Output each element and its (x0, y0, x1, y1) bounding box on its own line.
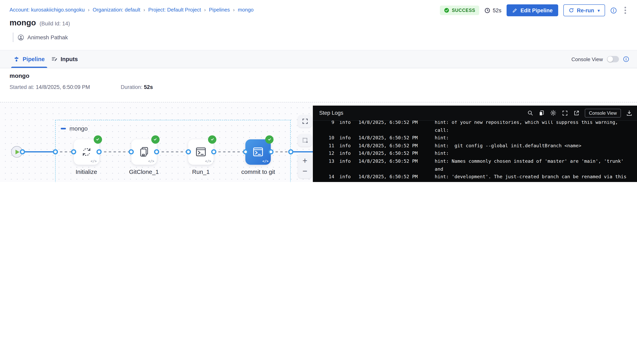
log-message: hint: of your new repositories, which wi… (435, 121, 633, 134)
connector-port[interactable] (243, 149, 248, 154)
log-copy-icon[interactable] (538, 110, 545, 116)
connector-port[interactable] (96, 149, 102, 154)
main-area: mongo + − (0, 102, 637, 182)
connector-port[interactable] (288, 149, 294, 154)
breadcrumb-item[interactable]: Pipelines (209, 7, 230, 13)
log-message: hint: Names commonly chosen instead of '… (435, 158, 633, 173)
tab-strip: Pipeline Inputs Console View (0, 50, 637, 68)
duration-text: 52s (493, 7, 502, 13)
clone-step-icon (138, 146, 150, 158)
step-logs-panel: Step Logs (313, 106, 637, 182)
breadcrumb-item[interactable]: Project: Default Project (148, 7, 201, 13)
log-panel-header: Step Logs (313, 106, 637, 121)
log-line-number: 13 (321, 158, 334, 173)
rerun-button[interactable]: Re-run ▾ (563, 4, 605, 16)
log-timestamp: 14/8/2025, 6:50:52 PM (358, 142, 422, 150)
zoom-in-button[interactable]: + (302, 156, 308, 166)
run-meta: Started at: 14/8/2025, 6:50:09 PM Durati… (10, 84, 153, 90)
log-row: 12info14/8/2025, 6:50:52 PMhint: (313, 150, 637, 158)
log-message: hint: git config --global init.defaultBr… (435, 142, 633, 150)
breadcrumb-item[interactable]: Account: kurosakiichigo.songoku (10, 7, 85, 13)
connector-port[interactable] (129, 149, 134, 154)
run-summary: mongo Started at: 14/8/2025, 6:50:09 PM … (0, 68, 637, 102)
tab-inputs[interactable]: Inputs (50, 50, 78, 68)
collapse-stage-icon[interactable] (61, 128, 66, 129)
pipeline-canvas[interactable]: mongo + − (0, 102, 313, 182)
log-console-view-button[interactable]: Console View (585, 108, 621, 117)
breadcrumb-separator: › (144, 7, 145, 12)
header-actions: SUCCESS 52s Edit Pipeline (440, 4, 628, 16)
console-view-label: Console View (571, 56, 603, 62)
pipeline-step-initialize[interactable]: </> (74, 139, 99, 164)
canvas-select-button[interactable] (298, 134, 312, 146)
console-view-toggle[interactable] (607, 56, 619, 62)
pipeline-link-solid (22, 151, 55, 152)
user-avatar-icon (18, 34, 24, 41)
pipeline-info-icon[interactable] (610, 7, 617, 14)
log-line-number: 11 (321, 142, 334, 150)
stage-group-label: mongo (70, 125, 88, 132)
execution-duration: 52s (484, 7, 502, 13)
author-row: Animesh Pathak (13, 32, 68, 42)
step-label: GitClone_1 (112, 168, 176, 175)
log-level: info (340, 158, 351, 173)
log-level: info (340, 173, 351, 182)
connector-port[interactable] (20, 149, 25, 154)
canvas-zoom-controls: + − (298, 154, 312, 178)
log-panel-title: Step Logs (319, 110, 344, 116)
step-label: Run_1 (169, 168, 233, 175)
log-line-number: 12 (321, 150, 334, 158)
tab-pipeline[interactable]: Pipeline (13, 50, 46, 68)
step-label: Initialize (54, 168, 118, 175)
sync-step-icon (80, 146, 92, 158)
log-output[interactable]: 9info14/8/2025, 6:50:52 PMhint: of your … (313, 121, 637, 182)
pipeline-link-solid (291, 151, 313, 152)
title-row: mongo (Build Id: 14) (10, 18, 70, 28)
pencil-icon (512, 8, 517, 13)
connector-port[interactable] (186, 149, 191, 154)
edit-pipeline-button[interactable]: Edit Pipeline (506, 4, 558, 16)
log-line-number: 9 (321, 121, 334, 134)
log-open-external-icon[interactable] (574, 110, 580, 116)
rerun-dropdown-caret[interactable]: ▾ (598, 8, 600, 12)
log-level: info (340, 150, 351, 158)
log-search-icon[interactable] (528, 110, 534, 116)
log-level: info (340, 134, 351, 142)
log-line-number: 14 (321, 173, 334, 182)
connector-port[interactable] (154, 149, 159, 154)
step-success-icon (94, 135, 102, 144)
code-icon: </> (148, 159, 154, 163)
fullscreen-icon (302, 118, 308, 125)
log-row: 14info14/8/2025, 6:50:52 PMhint: 'develo… (313, 173, 637, 182)
breadcrumb-item[interactable]: Organization: default (93, 7, 140, 13)
canvas-fullscreen-button[interactable] (298, 115, 312, 128)
pipeline-link-dashed (99, 151, 131, 153)
play-icon (16, 150, 20, 154)
breadcrumb: Account: kurosakiichigo.songoku›Organiza… (10, 7, 254, 13)
code-icon: </> (90, 159, 97, 163)
stage-group-header: mongo (61, 125, 88, 132)
step-success-icon (208, 135, 216, 144)
clock-icon (484, 7, 490, 13)
log-download-icon[interactable] (626, 110, 632, 116)
log-line-number: 10 (321, 134, 334, 142)
breadcrumb-item[interactable]: mongo (238, 7, 254, 13)
author-name: Animesh Pathak (28, 34, 68, 40)
log-settings-gear-icon[interactable] (550, 110, 557, 116)
log-timestamp: 14/8/2025, 6:50:52 PM (358, 173, 422, 182)
log-message: hint: (435, 134, 633, 142)
pipeline-step-gitclone_1[interactable]: </> (131, 139, 156, 164)
selection-box-icon (302, 137, 308, 144)
connector-port[interactable] (52, 149, 58, 154)
connector-port[interactable] (211, 149, 216, 154)
log-timestamp: 14/8/2025, 6:50:52 PM (358, 134, 422, 142)
console-view-info-icon[interactable] (623, 56, 629, 62)
log-fullscreen-icon[interactable] (562, 110, 568, 116)
log-row: 9info14/8/2025, 6:50:52 PMhint: of your … (313, 121, 637, 134)
connector-port[interactable] (71, 149, 76, 154)
log-row: 11info14/8/2025, 6:50:52 PMhint: git con… (313, 142, 637, 150)
zoom-out-button[interactable]: − (302, 166, 308, 176)
connector-port[interactable] (268, 149, 274, 154)
more-options-menu-icon[interactable] (622, 5, 628, 16)
log-row: 10info14/8/2025, 6:50:52 PMhint: (313, 134, 637, 142)
